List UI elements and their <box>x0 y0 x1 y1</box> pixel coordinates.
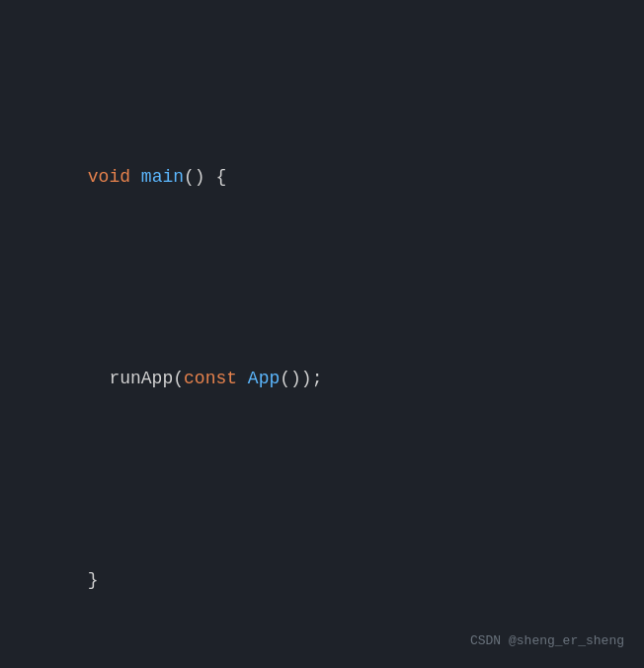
class-app-call: App <box>248 369 280 388</box>
code-editor: void main() { runApp(const App()); } cla… <box>0 0 644 668</box>
code-line-2: runApp(const App()); <box>24 335 620 423</box>
code-line-3: } <box>24 538 620 626</box>
keyword-const-1: const <box>184 369 237 388</box>
code-line-1: void main() { <box>24 133 620 221</box>
watermark-text: CSDN @sheng_er_sheng <box>470 631 624 652</box>
keyword-void: void <box>88 167 130 187</box>
func-main: main <box>141 167 184 187</box>
code-content: void main() { runApp(const App()); } cla… <box>24 20 620 668</box>
